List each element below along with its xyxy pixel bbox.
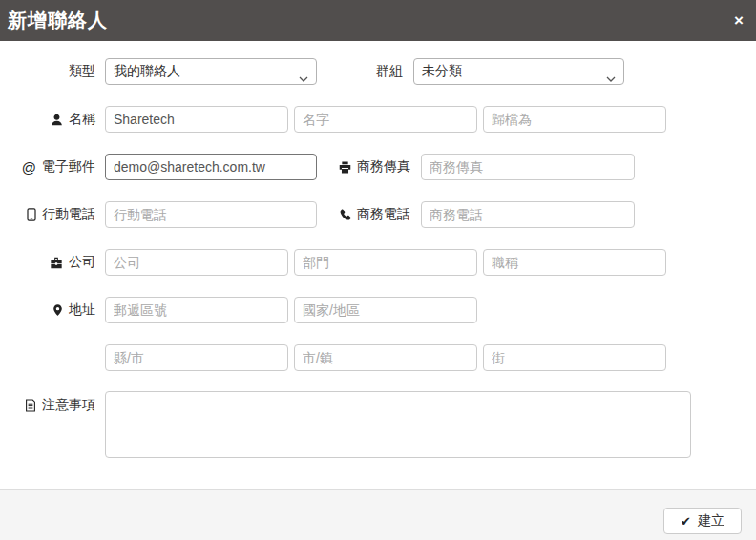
business-fax-label: 商務傳真 bbox=[315, 154, 410, 180]
type-select[interactable]: 我的聯絡人 bbox=[105, 58, 317, 85]
notes-textarea[interactable] bbox=[105, 391, 691, 458]
printer-icon bbox=[339, 161, 351, 174]
note-icon bbox=[25, 399, 36, 412]
add-contact-dialog: 新增聯絡人 × 類型 我的聯絡人 群組 未分類 名稱 @ 電子郵件 商務傳真 行… bbox=[0, 0, 756, 540]
group-select[interactable]: 未分類 bbox=[413, 58, 624, 85]
job-title-input[interactable] bbox=[483, 249, 666, 276]
create-button[interactable]: ✔ 建立 bbox=[663, 508, 742, 534]
location-pin-icon bbox=[52, 303, 63, 317]
street-input[interactable] bbox=[483, 344, 666, 371]
company-input[interactable] bbox=[105, 249, 288, 276]
at-icon: @ bbox=[22, 159, 36, 176]
email-label: @ 電子郵件 bbox=[0, 154, 95, 180]
city-town-input[interactable] bbox=[294, 344, 477, 371]
file-as-input[interactable] bbox=[483, 106, 666, 133]
company-label: 公司 bbox=[0, 249, 95, 276]
dialog-title: 新增聯絡人 bbox=[8, 8, 108, 33]
type-label: 類型 bbox=[0, 58, 95, 85]
dialog-header: 新增聯絡人 × bbox=[0, 0, 756, 41]
department-input[interactable] bbox=[294, 249, 477, 276]
dialog-footer: ✔ 建立 bbox=[0, 489, 756, 540]
smartphone-icon bbox=[27, 208, 36, 221]
briefcase-icon bbox=[50, 257, 63, 269]
close-icon[interactable]: × bbox=[734, 12, 744, 29]
business-phone-input[interactable] bbox=[421, 201, 635, 228]
first-name-input[interactable] bbox=[294, 106, 477, 133]
business-fax-input[interactable] bbox=[421, 154, 635, 180]
last-name-input[interactable] bbox=[105, 106, 288, 133]
chevron-down-icon bbox=[606, 70, 616, 85]
create-button-label: 建立 bbox=[698, 512, 724, 530]
business-phone-label: 商務電話 bbox=[315, 201, 410, 228]
mobile-phone-label: 行動電話 bbox=[0, 201, 95, 228]
phone-icon bbox=[339, 209, 351, 221]
email-input[interactable] bbox=[105, 154, 317, 180]
postal-code-input[interactable] bbox=[105, 297, 288, 323]
person-icon bbox=[51, 114, 63, 126]
county-city-input[interactable] bbox=[105, 344, 288, 371]
mobile-phone-input[interactable] bbox=[105, 201, 317, 228]
address-label: 地址 bbox=[0, 297, 95, 323]
name-label: 名稱 bbox=[0, 106, 95, 133]
check-icon: ✔ bbox=[681, 514, 691, 529]
country-input[interactable] bbox=[294, 297, 477, 323]
notes-label: 注意事項 bbox=[0, 392, 95, 419]
group-label: 群組 bbox=[307, 58, 403, 85]
